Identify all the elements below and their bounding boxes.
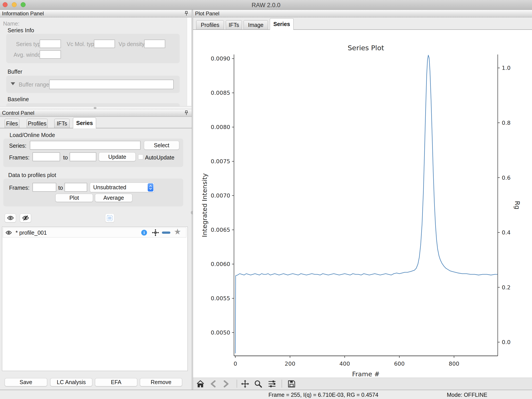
series-input[interactable]	[30, 141, 140, 150]
plot-panel: Plot Panel Profiles IFTs Image Series 0.…	[193, 10, 532, 389]
back-arrow-icon	[209, 380, 217, 387]
splitter-handle-icon	[94, 107, 96, 109]
save-figure-button[interactable]	[287, 380, 296, 388]
plot-panel-tabstrip: Profiles IFTs Image Series	[193, 17, 532, 30]
tab-image-plot[interactable]: Image	[244, 20, 268, 30]
zoom-button[interactable]	[254, 380, 262, 388]
svg-text:0.0050: 0.0050	[211, 329, 230, 336]
svg-text:400: 400	[339, 361, 350, 367]
plot-button[interactable]: Plot	[55, 194, 93, 202]
dropdown-value: Unsubtracted	[90, 184, 148, 191]
tab-profiles[interactable]: Profiles	[27, 119, 48, 128]
tab-profiles-plot[interactable]: Profiles	[196, 20, 224, 30]
dropdown-stepper-icon	[148, 183, 153, 191]
load-online-heading: Load/Online Mode	[10, 132, 55, 138]
buffer-collapse-icon[interactable]	[10, 81, 16, 86]
line-color-swatch[interactable]	[162, 232, 170, 234]
svg-text:0.2: 0.2	[502, 284, 511, 291]
series-label: Series:	[9, 143, 26, 149]
pin-icon[interactable]	[184, 11, 189, 16]
vp-density-field[interactable]	[144, 40, 165, 48]
profiles-frames-to-input[interactable]	[64, 183, 87, 192]
autoupdate-checkbox[interactable]	[138, 154, 143, 159]
svg-text:0.6: 0.6	[502, 175, 511, 181]
svg-text:200: 200	[285, 361, 295, 367]
forward-arrow-icon	[222, 380, 230, 387]
series-type-field[interactable]	[40, 40, 61, 48]
control-panel-header: Control Panel	[0, 109, 192, 117]
buffer-range-label: Buffer range:	[19, 81, 51, 88]
series-info-groupbox: Series type: Vc Mol. type: Vp density: A…	[6, 34, 180, 63]
baseline-heading: Baseline	[7, 96, 29, 102]
eye-icon	[7, 215, 14, 220]
hide-all-button[interactable]	[20, 214, 31, 222]
pan-button[interactable]	[241, 380, 249, 388]
configure-subplots-button[interactable]	[268, 380, 276, 388]
frames-to-input[interactable]	[70, 152, 96, 161]
crosshair-icon[interactable]	[152, 229, 159, 236]
cursor-readout: Frame = 255, I(q) = 6.710E-03, RG = 0.45…	[268, 392, 378, 398]
update-button[interactable]: Update	[99, 152, 136, 161]
efa-button[interactable]: EFA	[95, 378, 137, 386]
buffer-groupbox: Buffer range:	[6, 76, 180, 93]
series-plot-canvas[interactable]: 0.00500.00550.00600.00650.00700.00750.00…	[193, 30, 532, 378]
svg-text:600: 600	[394, 361, 405, 367]
plot-panel-title: Plot Panel	[195, 10, 219, 16]
info-icon[interactable]: i	[141, 230, 147, 235]
load-online-groupbox: Series: Select Frames: to Update AutoUpd…	[3, 139, 183, 167]
toolbar-separator	[282, 380, 282, 388]
status-bar: Frame = 255, I(q) = 6.710E-03, RG = 0.45…	[0, 390, 532, 399]
magnifier-icon	[254, 380, 262, 388]
lc-analysis-button[interactable]: LC Analysis	[50, 378, 92, 386]
tab-ifts-plot[interactable]: IFTs	[226, 20, 242, 30]
toolbar-separator	[237, 380, 237, 388]
average-button[interactable]: Average	[95, 194, 132, 202]
name-label: Name:	[3, 20, 19, 27]
window-title: RAW 2.0.0	[0, 2, 532, 9]
select-button[interactable]: Select	[144, 141, 179, 150]
back-button[interactable]	[209, 380, 217, 388]
raw-app-window: RAW 2.0.0 Information Panel Name: Series…	[0, 0, 532, 399]
tab-series[interactable]: Series	[73, 117, 96, 128]
pin-icon[interactable]	[184, 110, 189, 116]
remove-button[interactable]: Remove	[140, 378, 182, 386]
pan-icon	[241, 380, 249, 388]
home-button[interactable]	[196, 380, 205, 388]
series-listbox[interactable]: * profile_001 i ★	[2, 227, 188, 371]
control-panel-title: Control Panel	[2, 110, 34, 116]
show-all-button[interactable]	[5, 214, 16, 222]
avg-window-field[interactable]	[40, 50, 61, 59]
matplotlib-toolbar	[193, 378, 532, 389]
frames-from-input[interactable]	[32, 152, 60, 161]
vc-mol-type-field[interactable]	[94, 40, 115, 48]
save-button[interactable]: Save	[5, 378, 47, 386]
star-icon[interactable]: ★	[174, 227, 181, 236]
tab-series-plot[interactable]: Series	[270, 18, 294, 30]
svg-text:0.0080: 0.0080	[211, 124, 230, 130]
svg-text:0.0065: 0.0065	[211, 227, 230, 233]
eye-slash-icon	[22, 215, 29, 221]
list-item[interactable]: * profile_001 i ★	[3, 228, 186, 238]
svg-text:Frame #: Frame #	[352, 370, 380, 378]
information-panel-scrollbar[interactable]	[187, 18, 191, 106]
sliders-icon	[268, 380, 276, 388]
select-all-icon	[107, 215, 113, 221]
svg-text:Series Plot: Series Plot	[348, 44, 384, 52]
svg-text:800: 800	[449, 361, 459, 367]
buffer-range-field[interactable]	[49, 80, 174, 89]
forward-button[interactable]	[222, 380, 230, 388]
horizontal-splitter[interactable]	[0, 106, 192, 109]
tab-files[interactable]: Files	[5, 119, 19, 128]
tab-ifts[interactable]: IFTs	[54, 119, 70, 128]
profiles-frames-from-input[interactable]	[32, 183, 56, 192]
vp-density-label: Vp density:	[119, 41, 146, 47]
svg-text:Integrated Intensity: Integrated Intensity	[201, 173, 208, 237]
information-panel: Information Panel Name: Series Info Seri…	[0, 10, 192, 106]
svg-text:0.4: 0.4	[502, 229, 511, 236]
series-info-heading: Series Info	[7, 27, 34, 34]
select-all-button[interactable]	[105, 214, 114, 222]
profile-item-label: * profile_001	[16, 229, 47, 236]
eye-icon[interactable]	[6, 230, 12, 235]
subtracted-dropdown[interactable]: Unsubtracted	[90, 183, 154, 192]
information-panel-title: Information Panel	[2, 10, 44, 16]
